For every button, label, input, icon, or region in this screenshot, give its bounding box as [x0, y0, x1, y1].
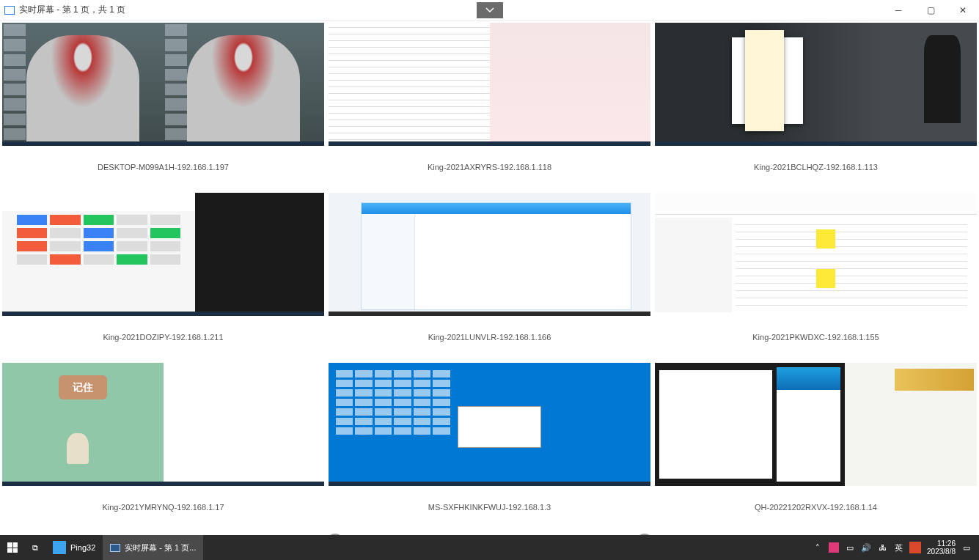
tray-monitor-icon[interactable]: ▭	[845, 542, 855, 553]
screen-label: King-2021BCLHQZ-192.168.1.113	[655, 146, 977, 188]
ping32-icon	[53, 541, 66, 554]
screen-thumbnail[interactable]	[2, 193, 324, 316]
system-tray: ˄ ▭ 🔊 🖧 英 11:26 2023/8/8 ▭	[813, 539, 979, 556]
minimize-button[interactable]: ─	[882, 0, 914, 21]
screen-thumbnail[interactable]	[655, 363, 977, 486]
screen-task-label: 实时屏幕 - 第 1 页...	[125, 542, 196, 553]
screen-label: King-2021DOZIPY-192.168.1.211	[2, 316, 324, 358]
taskbar-clock[interactable]: 11:26 2023/8/8	[927, 539, 956, 556]
screen-grid: DESKTOP-M099A1H-192.168.1.197 King-2021A…	[0, 21, 979, 531]
task-view-button[interactable]: ⧉	[25, 535, 45, 560]
screen-thumbnail[interactable]	[329, 363, 650, 486]
tray-volume-icon[interactable]: 🔊	[861, 542, 871, 553]
tray-network-icon[interactable]: 🖧	[877, 542, 887, 553]
maximize-button[interactable]: ▢	[914, 0, 947, 21]
screen-label: King-2021YMRYNQ-192.168.1.17	[2, 486, 324, 528]
screen-label: King-2021LUNVLR-192.168.1.166	[329, 316, 650, 358]
window-controls: ─ ▢ ✕	[882, 0, 979, 21]
screen-cell[interactable]: QH-20221202RXVX-192.168.1.14	[655, 363, 977, 528]
chevron-down-icon	[485, 7, 494, 13]
tray-overflow-icon[interactable]: ˄	[813, 542, 823, 553]
screen-icon	[110, 544, 120, 552]
screen-label: DESKTOP-M099A1H-192.168.1.197	[2, 146, 324, 188]
clock-time: 11:26	[927, 539, 956, 548]
screen-label: King-2021PKWDXC-192.168.1.155	[655, 316, 977, 358]
screen-cell[interactable]: King-2021PKWDXC-192.168.1.155	[655, 193, 977, 358]
app-icon	[4, 6, 15, 15]
tray-ime-icon[interactable]: 英	[893, 542, 903, 553]
screen-cell[interactable]: King-2021LUNVLR-192.168.1.166	[329, 193, 650, 358]
screen-label: MS-SXFHKINKFWUJ-192.168.1.3	[329, 486, 650, 528]
ping32-label: Ping32	[70, 543, 95, 552]
screen-cell[interactable]: King-2021AXRYRS-192.168.1.118	[329, 23, 650, 188]
screen-cell[interactable]: MS-SXFHKINKFWUJ-192.168.1.3	[329, 363, 650, 528]
screen-thumbnail[interactable]: 记住	[2, 363, 324, 486]
screen-cell[interactable]: DESKTOP-M099A1H-192.168.1.197	[2, 23, 324, 188]
screen-thumbnail[interactable]	[655, 193, 977, 316]
screen-label: King-2021AXRYRS-192.168.1.118	[329, 146, 650, 188]
dropdown-toggle[interactable]	[477, 2, 503, 18]
screen-thumbnail[interactable]	[329, 193, 650, 316]
clock-date: 2023/8/8	[927, 548, 956, 556]
taskbar: ⧉ Ping32 实时屏幕 - 第 1 页... ˄ ▭ 🔊 🖧 英 11:26…	[0, 535, 979, 560]
screen-cell[interactable]: 记住 King-2021YMRYNQ-192.168.1.17	[2, 363, 324, 528]
screen-thumbnail[interactable]	[2, 23, 324, 146]
tray-app-icon[interactable]	[829, 542, 839, 553]
screen-cell[interactable]: King-2021DOZIPY-192.168.1.211	[2, 193, 324, 358]
notification-center-icon[interactable]: ▭	[961, 542, 972, 553]
close-button[interactable]: ✕	[947, 0, 979, 21]
tray-sogou-icon[interactable]	[909, 542, 921, 553]
thumb-badge: 记住	[59, 375, 107, 400]
screen-thumbnail[interactable]	[329, 23, 650, 146]
titlebar: 实时屏幕 - 第 1 页，共 1 页 ─ ▢ ✕	[0, 0, 979, 21]
screen-thumbnail[interactable]	[655, 23, 977, 146]
start-button[interactable]	[0, 535, 25, 560]
taskbar-app-screen[interactable]: 实时屏幕 - 第 1 页...	[103, 535, 203, 560]
screen-cell[interactable]: King-2021BCLHQZ-192.168.1.113	[655, 23, 977, 188]
window-title: 实时屏幕 - 第 1 页，共 1 页	[19, 4, 125, 16]
screen-label: QH-20221202RXVX-192.168.1.14	[655, 486, 977, 528]
taskbar-app-ping32[interactable]: Ping32	[45, 535, 103, 560]
